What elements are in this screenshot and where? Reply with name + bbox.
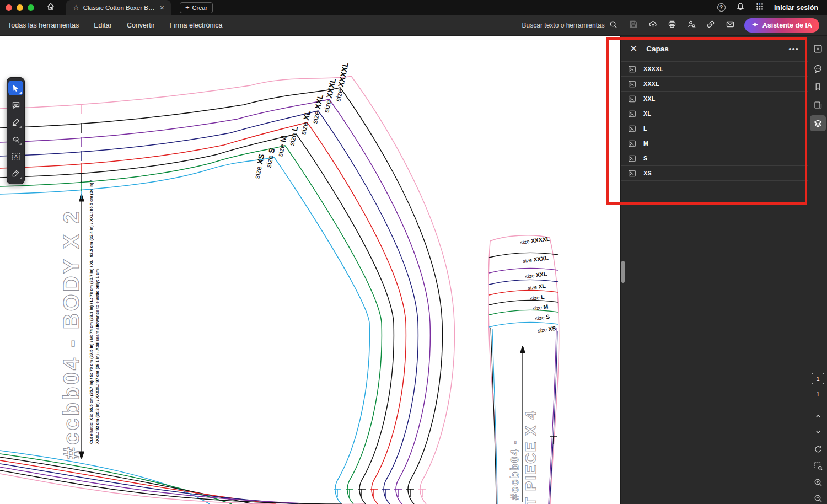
share-link-button[interactable]: [701, 18, 721, 33]
layer-row[interactable]: M: [621, 136, 808, 151]
layer-row[interactable]: S: [621, 151, 808, 166]
tool-flyout-indicator: [19, 143, 22, 145]
pattern-curve: [0, 146, 382, 504]
create-button-label: Crear: [192, 4, 208, 11]
layers-panel-title: Capas: [646, 45, 669, 53]
size-label: size L: [287, 125, 299, 146]
vertical-scrollbar-thumb[interactable]: [621, 261, 625, 283]
menu-edit[interactable]: Editar: [94, 22, 112, 29]
home-button[interactable]: [41, 0, 61, 15]
add-comment-tool[interactable]: [8, 98, 23, 112]
rotate-page-button[interactable]: [810, 441, 826, 457]
layer-row[interactable]: XS: [621, 166, 808, 181]
marquee-zoom-button[interactable]: [810, 458, 826, 474]
front-size-label: size S: [535, 313, 550, 321]
menubar: Todas las herramientas Editar Convertir …: [0, 15, 827, 36]
menu-all-tools[interactable]: Todas las herramientas: [8, 22, 79, 29]
ai-assistant-panel-button[interactable]: [810, 41, 826, 57]
quick-tools-palette: A: [7, 77, 25, 184]
zoom-in-button[interactable]: [810, 474, 826, 490]
document-canvas[interactable]: #ccbb04 - BODY X 2 Cut elastic: XS: 65.5…: [0, 36, 620, 504]
upload-cloud-button[interactable]: [643, 18, 663, 33]
layer-label: S: [643, 155, 647, 162]
person-icon: [687, 20, 696, 31]
layer-row[interactable]: XXL: [621, 92, 808, 106]
maximize-window-button[interactable]: [28, 4, 34, 11]
fill-sign-tool[interactable]: [8, 166, 23, 181]
ai-assistant-button[interactable]: Asistente de IA: [744, 18, 819, 33]
sewing-pattern-page: #ccbb04 - BODY X 2 Cut elastic: XS: 65.5…: [0, 36, 620, 504]
layers-panel-button[interactable]: [810, 115, 826, 131]
window-controls: [0, 4, 41, 11]
layer-row[interactable]: XXXXL: [621, 62, 808, 77]
layer-row[interactable]: XXXL: [621, 77, 808, 92]
comments-panel-button[interactable]: [810, 61, 826, 77]
layer-thumbnail-icon[interactable]: [628, 125, 636, 133]
create-button[interactable]: + Crear: [180, 2, 213, 13]
menu-items: Todas las herramientas Editar Convertir …: [0, 22, 222, 29]
request-signature-button[interactable]: [682, 18, 701, 33]
layer-thumbnail-icon[interactable]: [628, 169, 636, 178]
page-number-input[interactable]: 1: [812, 373, 824, 384]
ai-assistant-label: Asistente de IA: [762, 22, 812, 29]
layer-row[interactable]: L: [621, 121, 808, 136]
minimize-window-button[interactable]: [17, 4, 23, 11]
menu-convert[interactable]: Convertir: [127, 22, 155, 29]
layer-label: XS: [643, 170, 652, 176]
layers-panel: ✕ Capas ••• XXXXL XXXL XXL XL: [620, 36, 808, 504]
layer-label: XXL: [643, 95, 656, 102]
size-label: size S: [264, 147, 276, 169]
layer-label: XL: [643, 110, 651, 117]
select-tool[interactable]: [8, 81, 23, 95]
printer-icon: [668, 20, 676, 31]
highlight-tool[interactable]: [8, 115, 23, 130]
front-size-label: size XXL: [525, 270, 548, 280]
layer-thumbnail-icon[interactable]: [628, 80, 636, 88]
layer-label: L: [643, 125, 647, 132]
layer-thumbnail-icon[interactable]: [628, 110, 636, 118]
front-size-label: size XL: [527, 282, 546, 291]
draw-tool[interactable]: [8, 132, 23, 147]
next-page-button[interactable]: [810, 423, 826, 439]
front-size-label: size XXXL: [522, 254, 549, 264]
help-button[interactable]: ?: [716, 3, 726, 13]
sign-in-button[interactable]: Iniciar sesión: [774, 4, 818, 12]
svg-text:A: A: [14, 154, 18, 159]
envelope-icon: [726, 20, 735, 31]
layer-thumbnail-icon[interactable]: [628, 95, 636, 103]
layer-label: XXXXL: [643, 66, 663, 72]
menu-esign[interactable]: Firma electrónica: [170, 22, 223, 29]
search-tools-button[interactable]: Buscar texto o herramientas: [522, 20, 617, 30]
previous-page-button[interactable]: [810, 408, 826, 424]
seam-line: [550, 331, 557, 504]
favorite-star-icon[interactable]: ☆: [73, 4, 79, 11]
panel-options-icon[interactable]: •••: [788, 44, 799, 53]
text-select-tool[interactable]: A: [8, 149, 23, 164]
email-button[interactable]: [721, 18, 740, 33]
layer-label: M: [643, 140, 648, 147]
cloud-upload-icon: [648, 19, 658, 31]
layer-row[interactable]: XL: [621, 106, 808, 121]
notifications-button[interactable]: [735, 3, 745, 13]
bell-icon: [736, 2, 745, 13]
menubar-right: Buscar texto o herramientas: [522, 18, 827, 33]
layers-panel-header: ✕ Capas •••: [621, 36, 808, 61]
document-tab[interactable]: ☆ Classic Cotton Boxer Br... ×: [66, 0, 171, 15]
bookmarks-panel-button[interactable]: [810, 79, 826, 95]
page-thumbnails-panel-button[interactable]: [810, 97, 826, 113]
save-button[interactable]: [624, 18, 643, 33]
tool-flyout-indicator: [19, 92, 22, 94]
close-panel-icon[interactable]: ✕: [630, 44, 637, 53]
search-tools-label: Buscar texto o herramientas: [522, 22, 605, 29]
zoom-out-button[interactable]: [810, 490, 826, 504]
app-switcher-button[interactable]: [755, 3, 765, 13]
front-piece-code-label: #ccbb04 -: [508, 439, 520, 500]
close-window-button[interactable]: [6, 4, 12, 11]
pattern-curve: [0, 460, 276, 504]
tab-close-icon[interactable]: ×: [159, 4, 164, 12]
layer-thumbnail-icon[interactable]: [628, 140, 636, 148]
print-button[interactable]: [663, 18, 682, 33]
layer-thumbnail-icon[interactable]: [628, 65, 636, 73]
layer-thumbnail-icon[interactable]: [628, 154, 636, 163]
seam-line: [549, 328, 556, 504]
